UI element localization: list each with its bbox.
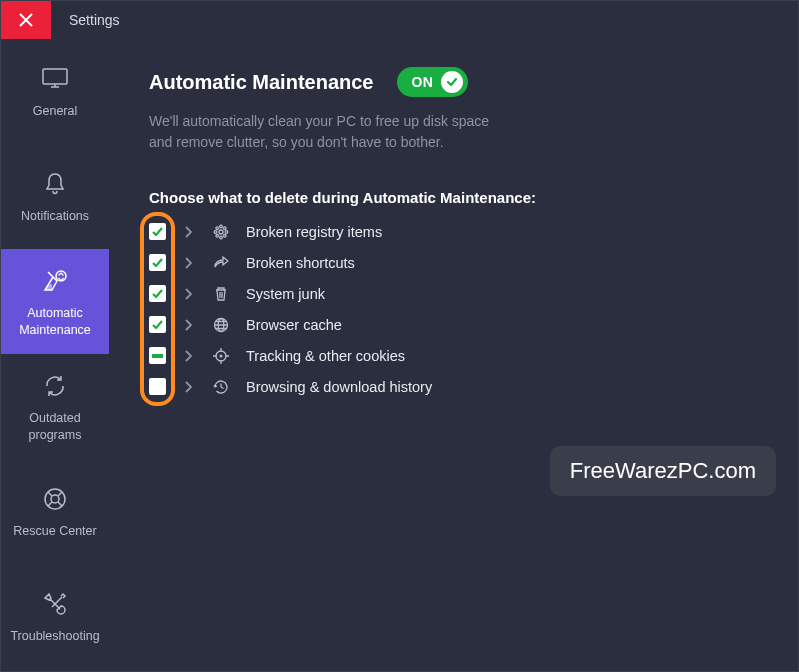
option-label: Browsing & download history <box>246 379 432 395</box>
close-icon <box>19 13 33 27</box>
page-description: We'll automatically clean your PC to fre… <box>149 111 509 153</box>
history-icon <box>212 379 230 395</box>
svg-point-4 <box>219 230 223 234</box>
sidebar-item-general[interactable]: General <box>1 39 109 144</box>
main-panel: Automatic Maintenance ON We'll automatic… <box>109 39 798 671</box>
option-row: Tracking & other cookies <box>149 346 798 365</box>
expand-button[interactable] <box>184 381 192 393</box>
window-title: Settings <box>69 12 120 28</box>
svg-point-11 <box>216 234 219 237</box>
expand-button[interactable] <box>184 319 192 331</box>
tools-icon <box>43 588 67 620</box>
sidebar-item-outdated-programs[interactable]: Outdated programs <box>1 354 109 459</box>
sidebar-item-label: Notifications <box>17 208 93 225</box>
watermark-badge: FreeWarezPC.com <box>550 446 776 496</box>
sidebar-item-label: Rescue Center <box>9 523 100 540</box>
option-label: Tracking & other cookies <box>246 348 405 364</box>
sidebar-item-troubleshooting[interactable]: Troubleshooting <box>1 564 109 669</box>
option-label: Broken registry items <box>246 224 382 240</box>
bell-icon <box>44 168 66 200</box>
sidebar-item-rescue-center[interactable]: Rescue Center <box>1 459 109 564</box>
chevron-right-icon <box>184 350 192 362</box>
refresh-icon <box>43 370 67 402</box>
toggle-knob <box>441 71 463 93</box>
expand-button[interactable] <box>184 226 192 238</box>
checkbox-tracking-cookies[interactable] <box>149 347 166 364</box>
option-row: System junk <box>149 284 798 303</box>
chevron-right-icon <box>184 381 192 393</box>
option-row: Browser cache <box>149 315 798 334</box>
option-row: Broken shortcuts <box>149 253 798 272</box>
sidebar-item-label: Automatic Maintenance <box>15 305 95 339</box>
chevron-right-icon <box>184 288 192 300</box>
sidebar-item-automatic-maintenance[interactable]: Automatic Maintenance <box>1 249 109 354</box>
expand-button[interactable] <box>184 350 192 362</box>
share-arrow-icon <box>212 255 230 271</box>
monitor-icon <box>42 63 68 95</box>
svg-point-3 <box>51 495 59 503</box>
checkbox-broken-shortcuts[interactable] <box>149 254 166 271</box>
sidebar-item-label: Troubleshooting <box>6 628 103 645</box>
check-icon <box>151 256 164 269</box>
chevron-right-icon <box>184 257 192 269</box>
svg-point-16 <box>220 354 223 357</box>
section-label: Choose what to delete during Automatic M… <box>149 189 798 206</box>
check-icon <box>446 76 458 88</box>
chevron-right-icon <box>184 319 192 331</box>
svg-point-6 <box>220 236 223 239</box>
chevron-right-icon <box>184 226 192 238</box>
trash-icon <box>212 286 230 302</box>
gear-flower-icon <box>212 224 230 240</box>
checkbox-browser-cache[interactable] <box>149 316 166 333</box>
sidebar-item-notifications[interactable]: Notifications <box>1 144 109 249</box>
checkbox-broken-registry[interactable] <box>149 223 166 240</box>
check-icon <box>151 318 164 331</box>
check-icon <box>151 287 164 300</box>
option-row: Browsing & download history <box>149 377 798 396</box>
checkbox-system-junk[interactable] <box>149 285 166 302</box>
option-label: Broken shortcuts <box>246 255 355 271</box>
svg-rect-0 <box>43 69 67 84</box>
svg-point-7 <box>214 230 217 233</box>
sidebar-item-label: Outdated programs <box>25 410 86 444</box>
broom-icon <box>41 265 69 297</box>
close-button[interactable] <box>1 1 51 39</box>
expand-button[interactable] <box>184 288 192 300</box>
svg-point-10 <box>224 226 227 229</box>
svg-point-5 <box>220 225 223 228</box>
check-icon <box>151 225 164 238</box>
globe-icon <box>212 317 230 333</box>
sidebar-item-label: General <box>29 103 81 120</box>
svg-point-12 <box>224 234 227 237</box>
svg-point-9 <box>216 226 219 229</box>
svg-point-8 <box>225 230 228 233</box>
option-row: Broken registry items <box>149 222 798 241</box>
sidebar: General Notifications Automatic Maintena… <box>1 39 109 671</box>
page-title: Automatic Maintenance <box>149 71 373 94</box>
toggle-automatic-maintenance[interactable]: ON <box>397 67 468 97</box>
target-icon <box>212 348 230 364</box>
expand-button[interactable] <box>184 257 192 269</box>
checkbox-browsing-history[interactable] <box>149 378 166 395</box>
titlebar: Settings <box>1 1 798 39</box>
option-label: Browser cache <box>246 317 342 333</box>
option-list: Broken registry items Broken shortcuts <box>149 222 798 396</box>
option-label: System junk <box>246 286 325 302</box>
toggle-label: ON <box>411 74 433 90</box>
lifebuoy-icon <box>43 483 67 515</box>
